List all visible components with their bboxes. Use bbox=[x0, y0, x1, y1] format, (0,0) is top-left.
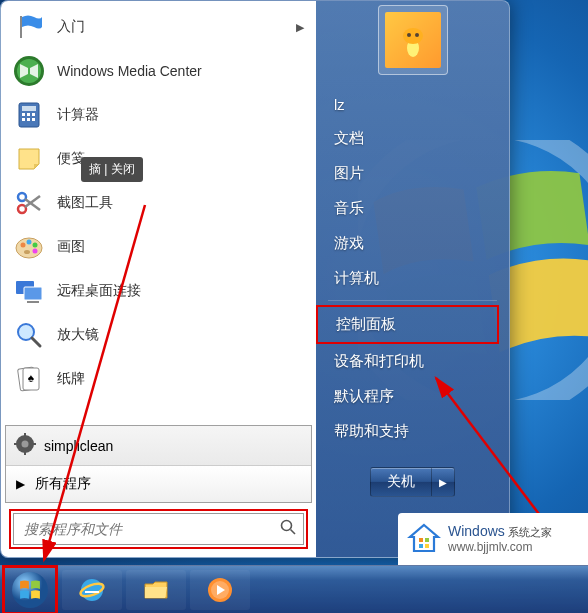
calculator-icon bbox=[11, 97, 47, 133]
program-item-paint[interactable]: 画图 bbox=[5, 225, 312, 269]
svg-line-26 bbox=[32, 338, 40, 346]
svg-rect-11 bbox=[32, 118, 35, 121]
svg-rect-24 bbox=[27, 301, 39, 303]
all-programs-label: 所有程序 bbox=[35, 475, 91, 493]
arrow-right-icon: ▶ bbox=[16, 477, 25, 491]
svg-rect-46 bbox=[419, 544, 423, 548]
svg-rect-8 bbox=[32, 113, 35, 116]
svg-rect-1 bbox=[20, 16, 22, 38]
right-item-control-panel[interactable]: 控制面板 bbox=[316, 305, 499, 344]
search-highlight-box bbox=[9, 509, 308, 549]
svg-rect-5 bbox=[22, 106, 36, 111]
taskbar-ie[interactable] bbox=[62, 570, 122, 610]
shutdown-row: 关机 ▶ bbox=[316, 467, 509, 497]
svg-rect-33 bbox=[24, 451, 26, 455]
svg-rect-34 bbox=[14, 443, 18, 445]
program-label: 纸牌 bbox=[57, 370, 85, 388]
program-label: 远程桌面连接 bbox=[57, 282, 141, 300]
right-item-music[interactable]: 音乐 bbox=[316, 191, 509, 226]
simpliclean-item[interactable]: simpliclean bbox=[6, 426, 311, 466]
windows-orb-icon bbox=[10, 570, 50, 610]
media-player-icon bbox=[205, 575, 235, 605]
right-item-devices-printers[interactable]: 设备和打印机 bbox=[316, 344, 509, 379]
program-item-sticky-notes[interactable]: 便笺 bbox=[5, 137, 312, 181]
shutdown-button[interactable]: 关机 ▶ bbox=[370, 467, 455, 497]
tooltip: 摘 | 关闭 bbox=[81, 157, 143, 182]
taskbar[interactable] bbox=[0, 565, 588, 613]
watermark: Windows 系统之家 www.bjjmlv.com bbox=[398, 513, 588, 565]
program-label: 入门 bbox=[57, 18, 85, 36]
magnifier-icon bbox=[11, 317, 47, 353]
program-item-calculator[interactable]: 计算器 bbox=[5, 93, 312, 137]
svg-point-48 bbox=[12, 572, 48, 608]
house-icon bbox=[406, 521, 442, 557]
program-label: Windows Media Center bbox=[57, 63, 202, 79]
shutdown-label: 关机 bbox=[371, 468, 432, 496]
svg-point-41 bbox=[415, 33, 419, 37]
program-label: 画图 bbox=[57, 238, 85, 256]
media-center-icon bbox=[11, 53, 47, 89]
program-item-solitaire[interactable]: ♠ 纸牌 bbox=[5, 357, 312, 401]
submenu-arrow-icon: ▶ bbox=[296, 21, 304, 34]
scissors-icon bbox=[11, 185, 47, 221]
svg-line-37 bbox=[291, 530, 296, 535]
right-item-user[interactable]: lz bbox=[316, 89, 509, 121]
start-button-highlight bbox=[2, 565, 58, 614]
folder-icon bbox=[141, 575, 171, 605]
program-label: 截图工具 bbox=[57, 194, 113, 212]
gear-icon bbox=[14, 433, 36, 458]
program-item-remote-desktop[interactable]: 远程桌面连接 bbox=[5, 269, 312, 313]
right-item-default-programs[interactable]: 默认程序 bbox=[316, 379, 509, 414]
solitaire-icon: ♠ bbox=[11, 361, 47, 397]
taskbar-media-player[interactable] bbox=[190, 570, 250, 610]
svg-rect-6 bbox=[22, 113, 25, 116]
program-item-magnifier[interactable]: 放大镜 bbox=[5, 313, 312, 357]
user-picture-frame[interactable] bbox=[378, 5, 448, 75]
svg-rect-10 bbox=[27, 118, 30, 121]
program-item-snipping-tool[interactable]: 截图工具 bbox=[5, 181, 312, 225]
watermark-title: Windows bbox=[448, 523, 505, 539]
shutdown-options-arrow-icon[interactable]: ▶ bbox=[432, 468, 454, 496]
separator bbox=[328, 300, 497, 301]
simpliclean-label: simpliclean bbox=[44, 438, 113, 454]
svg-point-18 bbox=[27, 240, 32, 245]
right-item-games[interactable]: 游戏 bbox=[316, 226, 509, 261]
right-item-computer[interactable]: 计算机 bbox=[316, 261, 509, 296]
search-icon bbox=[280, 519, 296, 539]
start-menu-left-panel: 入门 ▶ Windows Media Center 计算器 便笺 bbox=[1, 1, 316, 557]
bottom-actions: simpliclean ▶ 所有程序 bbox=[5, 425, 312, 503]
svg-point-39 bbox=[403, 28, 423, 44]
svg-rect-32 bbox=[24, 433, 26, 437]
svg-rect-44 bbox=[419, 538, 423, 542]
sticky-notes-icon bbox=[11, 141, 47, 177]
program-list: 入门 ▶ Windows Media Center 计算器 便笺 bbox=[5, 5, 312, 425]
watermark-subtitle: 系统之家 bbox=[508, 526, 552, 538]
svg-point-19 bbox=[33, 243, 38, 248]
svg-rect-35 bbox=[32, 443, 36, 445]
ie-icon bbox=[77, 575, 107, 605]
start-button[interactable] bbox=[7, 570, 53, 610]
taskbar-explorer[interactable] bbox=[126, 570, 186, 610]
remote-desktop-icon bbox=[11, 273, 47, 309]
user-picture-icon bbox=[385, 12, 441, 68]
start-menu: 入门 ▶ Windows Media Center 计算器 便笺 bbox=[0, 0, 510, 558]
svg-rect-7 bbox=[27, 113, 30, 116]
svg-rect-9 bbox=[22, 118, 25, 121]
svg-rect-47 bbox=[425, 544, 429, 548]
svg-point-49 bbox=[81, 579, 103, 601]
right-item-documents[interactable]: 文档 bbox=[316, 121, 509, 156]
program-item-media-center[interactable]: Windows Media Center bbox=[5, 49, 312, 93]
svg-point-17 bbox=[21, 243, 26, 248]
all-programs-button[interactable]: ▶ 所有程序 bbox=[6, 466, 311, 502]
svg-point-20 bbox=[33, 249, 38, 254]
watermark-url: www.bjjmlv.com bbox=[448, 540, 552, 554]
search-input[interactable] bbox=[13, 513, 304, 545]
right-item-pictures[interactable]: 图片 bbox=[316, 156, 509, 191]
program-item-getting-started[interactable]: 入门 ▶ bbox=[5, 5, 312, 49]
svg-point-40 bbox=[407, 33, 411, 37]
svg-point-21 bbox=[24, 250, 30, 254]
program-label: 放大镜 bbox=[57, 326, 99, 344]
svg-rect-45 bbox=[425, 538, 429, 542]
svg-point-36 bbox=[282, 521, 292, 531]
right-item-help-support[interactable]: 帮助和支持 bbox=[316, 414, 509, 449]
